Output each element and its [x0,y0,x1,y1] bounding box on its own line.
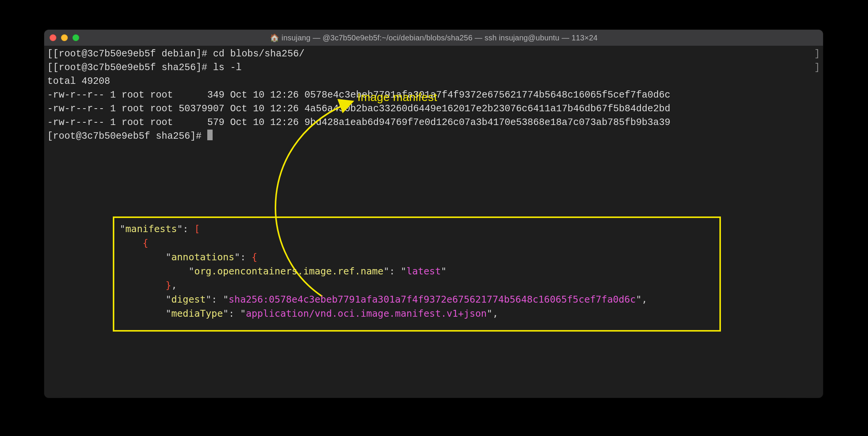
prompt-1: [root@3c7b50e9eb5f debian]# [53,48,213,59]
cmd-2: ls -l [213,62,242,73]
minimize-icon[interactable] [61,34,68,41]
traffic-lights [50,34,79,41]
ls-row-3: -rw-r--r-- 1 root root 579 Oct 10 12:26 … [47,117,670,128]
home-icon: 🏠 [270,34,279,42]
json-key-digest: digest [171,294,205,305]
json-manifest-box: "manifests": [ { "annotations": { "org.o… [113,216,721,332]
stage: 🏠insujang — @3c7b50e9eb5f:~/oci/debian/b… [0,0,868,436]
json-key-manifests: manifests [125,223,177,234]
prompt-3: [root@3c7b50e9eb5f sha256]# [47,131,207,142]
prompt-2: [root@3c7b50e9eb5f sha256]# [53,62,213,73]
ls-total: total 49208 [47,76,110,87]
ls-row-2: -rw-r--r-- 1 root root 50379907 Oct 10 1… [47,103,670,114]
json-val-refname: latest [407,266,441,277]
cmd-1: cd blobs/sha256/ [213,48,304,59]
zoom-icon[interactable] [72,34,79,41]
window-title-text: insujang — @3c7b50e9eb5f:~/oci/debian/bl… [282,34,598,42]
json-content: "manifests": [ { "annotations": { "org.o… [120,222,714,321]
right-bracket-2: ] [814,61,820,75]
json-val-digest: sha256:0578e4c3ebeb7791afa301a7f4f9372e6… [229,294,636,305]
terminal-window: 🏠insujang — @3c7b50e9eb5f:~/oci/debian/b… [44,30,823,398]
cursor-icon [207,130,213,140]
json-key-annotations: annotations [171,252,234,263]
close-icon[interactable] [50,34,56,41]
json-val-mediatype: application/vnd.oci.image.manifest.v1+js… [246,308,487,319]
bracket: [ [47,62,53,73]
bracket: [ [47,48,53,59]
window-title: 🏠insujang — @3c7b50e9eb5f:~/oci/debian/b… [44,33,823,42]
titlebar[interactable]: 🏠insujang — @3c7b50e9eb5f:~/oci/debian/b… [44,30,823,46]
json-key-refname: org.opencontainers.image.ref.name [194,266,384,277]
annotation-image-manifest: Image manifest [357,91,437,104]
json-key-mediatype: mediaType [171,308,223,319]
right-bracket-1: ] [814,47,820,61]
